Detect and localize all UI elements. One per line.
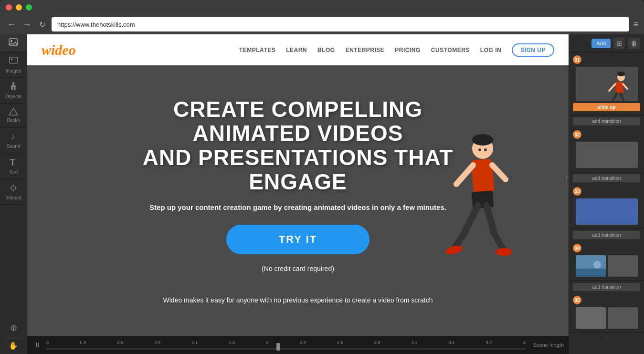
scene-05-thumbs (576, 307, 638, 329)
nav-link-pricing[interactable]: PRICING (395, 47, 421, 53)
sidebar-item-objects[interactable]: Objects (0, 78, 27, 104)
timeline-line (46, 348, 526, 350)
sidebar-zoom-area: ⊕ ✋ (0, 319, 27, 354)
scene-04-thumbs (576, 255, 638, 277)
sidebar-sound-label: Sound (7, 144, 21, 149)
scene-01-header: 01 (569, 54, 644, 65)
sidebar-images-top[interactable] (0, 34, 27, 52)
sidebar-item-backs[interactable]: Backs (0, 104, 27, 127)
scene-02-badge: 02 (573, 130, 581, 139)
traffic-light-red[interactable] (6, 4, 12, 10)
signup-button[interactable]: SIGN UP (512, 43, 554, 57)
sidebar-text-label: Text (9, 169, 18, 175)
slide-up-button[interactable]: slide up (573, 103, 640, 111)
website-nav: wideo TEMPLATES LEARN BLOG ENTERPRISE PR… (27, 34, 569, 65)
svg-rect-34 (615, 82, 623, 94)
scene-01-preview (576, 67, 638, 101)
back-button[interactable]: ← (6, 20, 17, 30)
svg-point-12 (11, 186, 15, 190)
scene-03-badge: 03 (573, 187, 581, 196)
svg-rect-6 (11, 85, 16, 86)
panel-scene-02: 02 (569, 127, 644, 172)
svg-rect-40 (576, 269, 606, 277)
wideo-logo[interactable]: wideo (42, 42, 76, 58)
scene-01-thumb[interactable] (576, 67, 638, 101)
panel-scene-04: 04 (569, 241, 644, 281)
sidebar-item-images[interactable]: Images (0, 52, 27, 78)
add-transition-4[interactable]: add transition (573, 283, 640, 291)
scene-05-header: 05 (569, 295, 644, 305)
grid-view-button[interactable]: ⊞ (613, 38, 625, 49)
try-it-button[interactable]: TRY IT (226, 225, 370, 254)
scene-04-thumb-b[interactable] (608, 255, 638, 277)
svg-point-41 (593, 261, 601, 269)
panel-bottom-scroll: ··· (569, 333, 644, 343)
sidebar-item-interact[interactable]: Interact (0, 179, 27, 205)
no-credit-card-text: (No credit card required) (262, 265, 334, 272)
website-area: wideo TEMPLATES LEARN BLOG ENTERPRISE PR… (27, 34, 569, 354)
hero-section: CREATE COMPELLING ANIMATED VIDEOS AND PR… (27, 65, 569, 336)
nav-link-login[interactable]: LOG IN (480, 47, 501, 53)
main-area: Images Objects Backs (0, 34, 644, 354)
scene-04-header: 04 (569, 243, 644, 253)
svg-point-3 (11, 59, 13, 61)
refresh-button[interactable]: ↻ (36, 20, 48, 29)
timeline-track[interactable]: 0 0.3 0.6 0.9 1.1 1.4 2 2.3 2.6 2.9 3.1 … (46, 340, 526, 350)
svg-point-1 (11, 40, 12, 42)
play-button[interactable]: ⏸ (32, 341, 42, 349)
images-icon (8, 56, 19, 66)
panel-scene-03: 03 (569, 184, 644, 229)
browser-menu-button[interactable]: ≡ (633, 20, 638, 30)
nav-link-learn[interactable]: LEARN (286, 47, 307, 53)
traffic-light-yellow[interactable] (16, 4, 22, 10)
scene-01-badge: 01 (573, 55, 581, 64)
sidebar-objects-label: Objects (5, 94, 21, 99)
timeline-markers: 0 0.3 0.6 0.9 1.1 1.4 2 2.3 2.6 2.9 3.1 … (46, 340, 526, 345)
nav-link-templates[interactable]: TEMPLATES (239, 47, 275, 53)
scene-04-thumb-a[interactable] (576, 255, 606, 277)
scene-02-header: 02 (569, 129, 644, 140)
text-icon: T (8, 157, 19, 167)
browser-toolbar: ← → ↻ https://www.thehotskills.com ≡ (0, 14, 644, 34)
panel-scene-01: 01 slide up (569, 52, 644, 115)
add-transition-2[interactable]: add transition (573, 174, 640, 182)
hero-content: CREATE COMPELLING ANIMATED VIDEOS AND PR… (95, 97, 501, 304)
hero-subheadline: Step up your content creation game by cr… (124, 203, 472, 211)
sidebar-item-text[interactable]: T Text (0, 153, 27, 179)
timeline-cursor[interactable] (276, 343, 280, 351)
traffic-light-green[interactable] (26, 4, 32, 10)
svg-rect-31 (576, 67, 638, 101)
sidebar-backs-label: Backs (7, 118, 20, 123)
left-sidebar: Images Objects Backs (0, 34, 27, 354)
trash-button[interactable]: 🗑 (628, 38, 640, 49)
scene-03-header: 03 (569, 186, 644, 197)
bottom-description: Wideo makes it easy for anyone with no p… (124, 296, 472, 304)
add-transition-3[interactable]: add transition (573, 231, 640, 239)
scene-05-thumb-a[interactable] (576, 307, 606, 329)
scene-05-thumb-b[interactable] (608, 307, 638, 329)
forward-button[interactable]: → (21, 20, 32, 30)
svg-rect-8 (14, 86, 16, 90)
sidebar-images-label: Images (6, 68, 21, 73)
interact-icon (8, 183, 19, 193)
add-transition-1[interactable]: add transition (573, 117, 640, 125)
sound-icon: ♪ (10, 131, 17, 142)
pan-button[interactable]: ✋ (9, 341, 18, 350)
svg-text:T: T (10, 157, 15, 167)
add-panel-button[interactable]: Add (591, 39, 611, 48)
scene-04-badge: 04 (573, 244, 581, 252)
nav-link-blog[interactable]: BLOG (317, 47, 335, 53)
nav-link-enterprise[interactable]: ENTERPRISE (346, 47, 385, 53)
panel-scene-05: 05 (569, 293, 644, 333)
scene-03-thumb[interactable] (576, 198, 638, 225)
sidebar-item-sound[interactable]: ♪ Sound (0, 127, 27, 153)
svg-rect-7 (11, 86, 13, 90)
svg-point-33 (617, 72, 625, 76)
scene-02-thumb[interactable] (576, 142, 638, 168)
address-bar[interactable]: https://www.thehotskills.com (52, 17, 629, 31)
sidebar-interact-label: Interact (5, 195, 21, 200)
svg-marker-9 (9, 108, 18, 115)
nav-link-customers[interactable]: CUSTOMERS (431, 47, 470, 53)
zoom-divider (3, 337, 24, 337)
zoom-in-button[interactable]: ⊕ (10, 323, 17, 333)
